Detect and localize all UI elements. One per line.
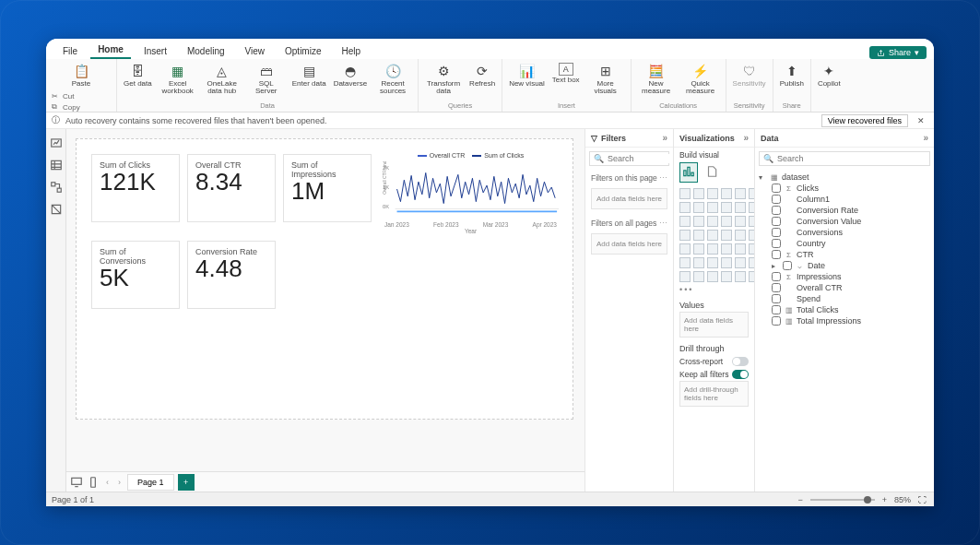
viz-type-icon[interactable] [693, 216, 704, 227]
viz-type-icon[interactable] [707, 188, 718, 199]
data-search-input[interactable] [777, 154, 926, 163]
keep-filters-toggle[interactable] [732, 370, 749, 379]
drillthrough-dropzone[interactable]: Add drill-through fields here [679, 381, 749, 407]
more-visuals-button[interactable]: ⊞More visuals [584, 61, 627, 101]
quick-measure-button[interactable]: ⚡Quick measure [679, 61, 722, 101]
field-checkbox[interactable] [772, 272, 781, 281]
desktop-layout-icon[interactable] [70, 476, 83, 489]
viz-type-icon[interactable] [735, 243, 746, 255]
field-checkbox[interactable] [783, 261, 792, 270]
new-measure-button[interactable]: 🧮New measure [635, 61, 678, 101]
viz-type-icon[interactable] [735, 257, 746, 268]
paste-button[interactable]: 📋 Paste [50, 61, 112, 89]
viz-type-icon[interactable] [693, 243, 704, 255]
field-checkbox[interactable] [772, 228, 781, 237]
field-checkbox[interactable] [772, 195, 781, 204]
field-row[interactable]: Conversion Value [759, 216, 930, 227]
viz-type-icon[interactable] [721, 271, 732, 282]
menu-tab-insert[interactable]: Insert [136, 42, 174, 59]
refresh-button[interactable]: ⟳Refresh [466, 61, 498, 101]
dax-view-icon[interactable] [50, 203, 63, 216]
viz-type-icon[interactable] [721, 188, 732, 199]
card-conversion-rate[interactable]: Conversion Rate 4.48 [187, 241, 276, 309]
field-checkbox[interactable] [772, 250, 781, 259]
excel-workbook-button[interactable]: ▦Excel workbook [157, 61, 199, 101]
field-row[interactable]: ▸⌵Date [759, 260, 930, 271]
zoom-out-button[interactable]: − [796, 495, 804, 504]
viz-type-icon[interactable] [693, 188, 704, 199]
field-checkbox[interactable] [772, 206, 781, 215]
field-checkbox[interactable] [772, 184, 781, 193]
recent-sources-button[interactable]: 🕓Recent sources [372, 61, 414, 101]
next-page-button[interactable]: › [115, 478, 124, 487]
menu-tab-help[interactable]: Help [334, 42, 368, 59]
mobile-layout-icon[interactable] [87, 476, 100, 489]
collapse-viz-button[interactable]: » [743, 133, 749, 143]
viz-type-icon[interactable] [721, 202, 732, 213]
share-button[interactable]: Share ▾ [869, 46, 927, 59]
field-row[interactable]: Conversions [759, 227, 930, 238]
viz-type-icon[interactable] [679, 202, 691, 213]
sql-server-button[interactable]: 🗃SQL Server [245, 61, 288, 101]
add-page-button[interactable]: + [178, 474, 195, 491]
field-row[interactable]: Country [759, 238, 930, 249]
cross-report-toggle[interactable] [732, 357, 749, 366]
viz-type-icon[interactable] [679, 257, 691, 268]
field-row[interactable]: Conversion Rate [759, 205, 930, 216]
zoom-slider[interactable] [810, 499, 875, 501]
field-row[interactable]: Column1 [759, 194, 930, 205]
filters-page-dropzone[interactable]: Add data fields here [591, 188, 667, 209]
viz-type-icon[interactable] [707, 202, 718, 213]
dataverse-button[interactable]: ◓Dataverse [331, 61, 370, 101]
page-tab-1[interactable]: Page 1 [127, 474, 174, 491]
viz-type-icon[interactable] [721, 230, 732, 241]
build-visual-tab[interactable] [679, 162, 698, 183]
line-chart-visual[interactable]: Overall CTR Sum of Clicks 2K 1K 0K Overa… [381, 150, 561, 231]
onelake-button[interactable]: ◬OneLake data hub [201, 61, 243, 101]
prev-page-button[interactable]: ‹ [103, 478, 112, 487]
viz-type-icon[interactable] [735, 230, 746, 241]
field-checkbox[interactable] [772, 283, 781, 292]
viz-type-icon[interactable] [721, 257, 732, 268]
values-dropzone[interactable]: Add data fields here [679, 312, 749, 338]
field-row[interactable]: ▥Total Impressions [759, 315, 930, 326]
field-row[interactable]: Spend [759, 293, 930, 304]
field-checkbox[interactable] [772, 305, 781, 314]
viz-type-icon[interactable] [721, 216, 732, 227]
viz-type-icon[interactable] [679, 243, 691, 255]
field-checkbox[interactable] [772, 316, 781, 326]
menu-tab-file[interactable]: File [55, 42, 85, 59]
card-sum-impressions[interactable]: Sum of Impressions 1M [283, 154, 372, 222]
card-sum-conversions[interactable]: Sum of Conversions 5K [91, 241, 180, 309]
copilot-button[interactable]: ✦Copilot [815, 61, 844, 110]
collapse-filters-button[interactable]: » [662, 133, 667, 143]
viz-type-icon[interactable] [735, 202, 746, 213]
card-overall-ctr[interactable]: Overall CTR 8.34 [187, 154, 276, 222]
new-visual-button[interactable]: 📊New visual [506, 61, 548, 101]
cut-button[interactable]: ✂Cut [52, 91, 111, 101]
viz-type-icon[interactable] [707, 243, 718, 255]
viz-type-icon[interactable] [707, 216, 718, 227]
report-canvas[interactable]: Sum of Clicks 121K Overall CTR 8.34 Sum … [66, 129, 584, 471]
table-view-icon[interactable] [50, 159, 63, 172]
report-view-icon[interactable] [50, 136, 63, 149]
fit-to-page-button[interactable]: ⛶ [916, 495, 928, 504]
viz-type-icon[interactable] [693, 230, 704, 241]
filters-search[interactable]: 🔍 [589, 151, 669, 166]
dataset-node[interactable]: ▾▦dataset [759, 172, 930, 183]
viz-type-icon[interactable] [735, 216, 746, 227]
get-data-button[interactable]: 🗄Get data [121, 61, 155, 101]
field-row[interactable]: Overall CTR [759, 282, 930, 293]
viz-type-icon[interactable] [707, 230, 718, 241]
menu-tab-view[interactable]: View [238, 42, 273, 59]
viz-type-icon[interactable] [693, 202, 704, 213]
zoom-in-button[interactable]: + [880, 495, 889, 504]
data-search[interactable]: 🔍 [759, 151, 930, 166]
viz-type-icon[interactable] [693, 271, 704, 282]
text-box-button[interactable]: AText box [549, 61, 583, 101]
viz-type-icon[interactable] [679, 230, 691, 241]
field-row[interactable]: ΣImpressions [759, 271, 930, 282]
field-row[interactable]: ▥Total Clicks [759, 304, 930, 315]
format-visual-tab[interactable] [705, 165, 718, 180]
field-checkbox[interactable] [772, 294, 781, 303]
